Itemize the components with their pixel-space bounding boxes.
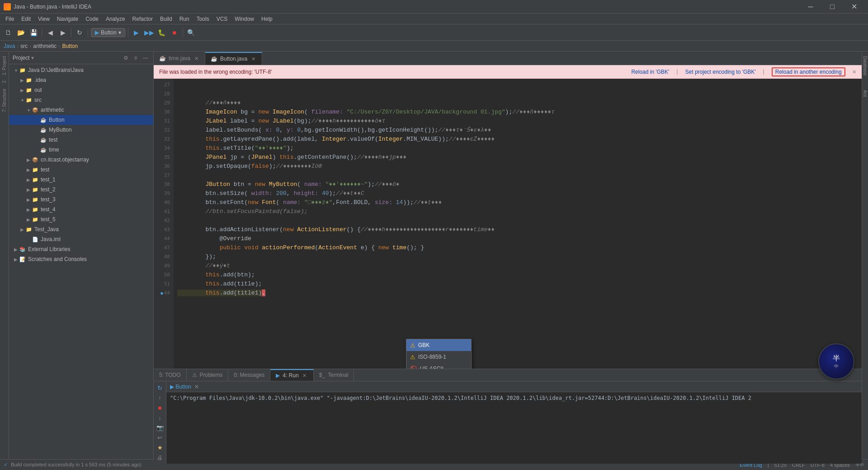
tab-close-time[interactable]: ✕ [193, 55, 199, 62]
menu-tools[interactable]: Tools [193, 15, 213, 23]
menu-analyze[interactable]: Analyze [102, 15, 129, 23]
menu-navigate[interactable]: Navigate [53, 15, 82, 23]
forward-btn[interactable]: ▶ [57, 27, 68, 38]
menu-edit[interactable]: Edit [18, 15, 34, 23]
open-btn[interactable]: 📂 [15, 27, 26, 38]
breadcrumb-arithmetic[interactable]: arithmetic [33, 43, 57, 49]
encoding-option-iso[interactable]: ⚠ ISO-8859-1 [406, 351, 471, 363]
tree-item-scratches[interactable]: ▶ 📝 Scratches and Consoles [9, 254, 153, 264]
menu-file[interactable]: File [2, 15, 18, 23]
breadcrumb-java[interactable]: Java [4, 43, 15, 49]
menu-vcs[interactable]: VCS [213, 15, 231, 23]
tree-label-mybutton: MyButton [49, 127, 72, 133]
maximize-button[interactable]: □ [822, 0, 843, 14]
tree-arrow-test-pkg: ▶ [25, 166, 32, 173]
run-fav-btn[interactable]: ★ [156, 443, 165, 452]
tree-item-testjava[interactable]: ▶ 📁 Test_Java [9, 224, 153, 234]
code-editor[interactable]: 27 28 29 30 31 32 33 34 35 36 37 38 39 4… [154, 79, 862, 369]
sync-btn[interactable]: ↻ [74, 27, 85, 38]
tree-item-javaiml[interactable]: ▶ 📄 Java.iml [9, 234, 153, 244]
code-content[interactable]: //♦♦♦ñ♦♦♦♦ ImageIcon bg = new ImageIcon(… [174, 79, 862, 369]
menu-run[interactable]: Run [176, 15, 193, 23]
tree-item-test2[interactable]: ▶ 📁 test_2 [9, 185, 153, 195]
sidebar-tab-database[interactable]: Database [862, 53, 868, 78]
run-scroll-up[interactable]: ↑ [156, 393, 165, 402]
tree-item-mybutton[interactable]: ▶ ☕ MyButton [9, 125, 153, 135]
tree-item-test3[interactable]: ▶ 📁 test_3 [9, 195, 153, 204]
reload-gbk-btn[interactable]: Reload in 'GBK' [631, 69, 669, 75]
run-config-label: Button [101, 29, 117, 36]
sidebar-tab-ant[interactable]: Ant [862, 87, 868, 100]
panel-action-settings[interactable]: ≡ [132, 54, 140, 62]
run-scroll-down[interactable]: ↓ [156, 413, 165, 422]
stop-btn[interactable]: ■ [169, 27, 180, 38]
tree-arrow-java: ▾ [13, 67, 19, 73]
bottom-tab-run[interactable]: ▶ 4: Run ✕ [270, 369, 313, 381]
tree-label-test4: test_4 [41, 206, 56, 213]
tree-label-test3: test_3 [41, 196, 56, 203]
tree-item-test5[interactable]: ▶ 📁 test_5 [9, 214, 153, 224]
tree-item-cn[interactable]: ▶ 📦 cn.itcast.objectarray [9, 155, 153, 165]
breadcrumb-button[interactable]: Button [62, 43, 78, 49]
tree-item-extlibs[interactable]: ▶ 📚 External Libraries [9, 244, 153, 254]
panel-action-gear[interactable]: ⚙ [122, 54, 130, 62]
title-bar-title: Java - Button.java - IntelliJ IDEA [14, 4, 91, 10]
menu-refactor[interactable]: Refactor [129, 15, 156, 23]
back-btn[interactable]: ◀ [45, 27, 56, 38]
bottom-tab-run-close[interactable]: ✕ [302, 372, 308, 379]
bottom-tab-todo[interactable]: 5: TODO [154, 369, 187, 381]
sidebar-tab-structure[interactable]: 2 [1, 78, 8, 86]
close-button[interactable]: ✕ [844, 0, 864, 14]
panel-collapse-btn[interactable]: — [142, 54, 150, 62]
build-btn[interactable]: ▶ [131, 27, 142, 38]
search-btn[interactable]: 🔍 [186, 27, 197, 38]
reload-another-encoding-btn[interactable]: Reload in another encoding [772, 67, 845, 76]
tree-item-test[interactable]: ▶ ☕ test [9, 135, 153, 145]
save-all-btn[interactable]: 💾 [28, 27, 39, 38]
project-dropdown-icon[interactable]: ▾ [31, 55, 34, 61]
encoding-option-ascii[interactable]: 🚫 US-ASCII [406, 363, 471, 369]
tree-item-button[interactable]: ▶ ☕ Button [9, 115, 153, 125]
run-print-btn[interactable]: 🖨 [156, 453, 165, 462]
tree-label-javaiml: Java.iml [41, 236, 61, 242]
set-project-encoding-btn[interactable]: Set project encoding to 'GBK' [685, 69, 756, 75]
tree-item-test1[interactable]: ▶ 📁 test_1 [9, 175, 153, 185]
new-project-btn[interactable]: 🗋 [3, 27, 14, 38]
tab-close-button[interactable]: ✕ [250, 56, 256, 62]
bottom-tab-problems[interactable]: ⚠ Problems [187, 369, 229, 381]
menu-help[interactable]: Help [258, 15, 276, 23]
tree-item-idea[interactable]: ▶ 📁 .idea [9, 75, 153, 85]
run-btn[interactable]: ▶▶ [144, 27, 155, 38]
debug-btn[interactable]: 🐛 [156, 27, 167, 38]
tree-item-arithmetic[interactable]: ▾ 📦 arithmetic [9, 105, 153, 115]
package-icon-cn: 📦 [32, 156, 39, 163]
menu-code[interactable]: Code [82, 15, 102, 23]
run-wrap-btn[interactable]: ↩ [156, 433, 165, 442]
menu-build[interactable]: Build [156, 15, 176, 23]
run-restart-btn[interactable]: ↻ [156, 383, 165, 392]
tab-button-java[interactable]: ☕ Button.java ✕ [205, 52, 262, 65]
sidebar-tab-favorites[interactable]: 7: Structure [1, 86, 8, 115]
encoding-close-btn[interactable]: ✕ [853, 68, 856, 76]
sidebar-tab-project[interactable]: 1: Project [1, 53, 8, 78]
breadcrumb-src[interactable]: src [20, 43, 28, 49]
tree-item-java-root[interactable]: ▾ 📁 Java D:\JetBrains\Java [9, 65, 153, 75]
menu-view[interactable]: View [34, 15, 53, 23]
floating-assistant[interactable]: 半 中 [818, 343, 854, 380]
run-screenshot-btn[interactable]: 📷 [156, 423, 165, 432]
minimize-button[interactable]: ─ [800, 0, 821, 14]
run-config-selector[interactable]: ▶ Button ▾ [91, 28, 125, 37]
run-stop-btn[interactable]: ■ [156, 403, 165, 412]
bottom-tab-messages[interactable]: 0: Messages [228, 369, 270, 381]
bottom-tab-run-label: 4: Run [283, 372, 298, 379]
tree-item-test4[interactable]: ▶ 📁 test_4 [9, 204, 153, 214]
terminal-icon: $_ [319, 372, 325, 378]
tree-item-out[interactable]: ▶ 📁 out [9, 85, 153, 95]
encoding-option-gbk[interactable]: ⚠ GBK [406, 339, 471, 351]
menu-window[interactable]: Window [231, 15, 258, 23]
tree-item-time[interactable]: ▶ ☕ time [9, 145, 153, 155]
tab-time-java[interactable]: ☕ time.java ✕ [154, 52, 205, 65]
tree-item-src[interactable]: ▾ 📁 src [9, 95, 153, 105]
bottom-tab-terminal[interactable]: $_ Terminal [314, 369, 354, 381]
tree-item-test-pkg[interactable]: ▶ 📁 test [9, 165, 153, 175]
